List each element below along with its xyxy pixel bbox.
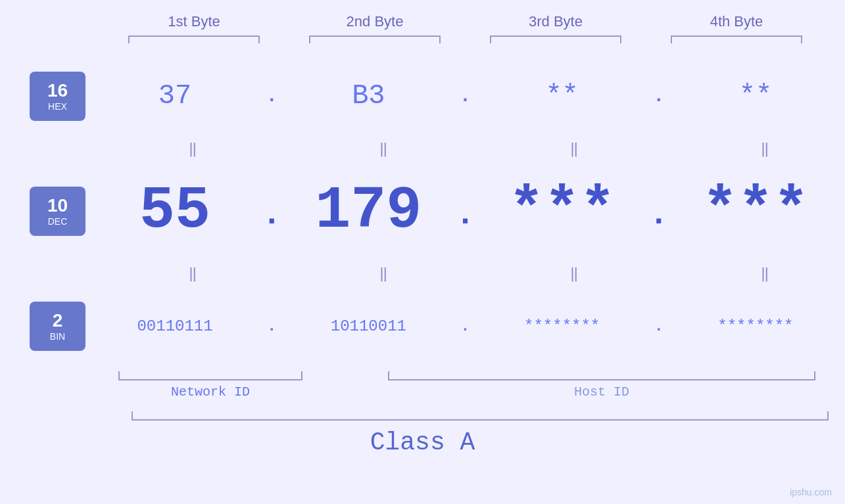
bin-badge-num: 2 [53,310,63,331]
byte-header-3: 3rd Byte [480,13,631,30]
eq2-2: ‖ [319,265,450,283]
eq-1: ‖ [128,140,260,158]
eq-4: ‖ [700,140,832,158]
bin-val-1: 00110111 [109,317,241,335]
dec-row: 10 DEC 55 . 179 . *** . *** [0,158,845,263]
eq2-dot-2: . [470,265,490,282]
eq-2: ‖ [319,140,450,158]
equals-row-1: ‖ . ‖ . ‖ . ‖ [118,139,842,158]
class-label: Class A [370,428,475,457]
dec-dot-3: . [649,196,669,233]
bin-dot-2: . [455,317,475,335]
bin-badge-label: BIN [50,331,65,342]
dec-cells: 55 . 179 . *** . *** [85,177,845,244]
bin-val-4: ******** [690,317,821,335]
full-bracket [132,411,829,421]
bin-row: 2 BIN 00110111 . 10110011 . ******** . *… [0,283,845,369]
hex-badge-label: HEX [48,101,67,112]
hex-val-2: B3 [302,80,434,112]
top-brackets [104,35,827,43]
bracket-1 [128,35,260,43]
dec-val-4: *** [690,177,821,244]
hex-dot-2: . [455,85,475,107]
eq-3: ‖ [510,140,641,158]
bin-badge: 2 BIN [30,302,85,351]
bin-dot-3: . [649,317,669,335]
watermark: ipshu.com [790,487,832,497]
byte-header-2: 2nd Byte [299,13,450,30]
bin-dot-1: . [262,317,281,335]
dec-badge: 10 DEC [30,187,85,236]
network-bracket [118,371,302,380]
eq-dot-1: . [279,141,299,157]
eq2-3: ‖ [510,265,641,283]
network-id-label: Network ID [118,384,302,400]
eq-dot-3: . [661,141,681,157]
hex-val-1: 37 [109,80,241,112]
labels-gap [302,384,388,400]
eq2-dot-3: . [661,265,681,282]
eq-dot-2: . [470,141,490,157]
bracket-gap [302,371,388,380]
byte-headers: 1st Byte 2nd Byte 3rd Byte 4th Byte [104,13,827,30]
byte-header-4: 4th Byte [661,13,812,30]
hex-dot-3: . [649,85,669,107]
hex-cells: 37 . B3 . ** . ** [85,80,845,112]
main-container: 1st Byte 2nd Byte 3rd Byte 4th Byte 16 H… [0,0,845,504]
dec-val-1: 55 [109,177,241,244]
bin-val-3: ******** [496,317,628,335]
bin-cells: 00110111 . 10110011 . ******** . *******… [85,317,845,335]
dec-val-3: *** [496,177,628,244]
eq2-4: ‖ [700,265,832,283]
bracket-4 [671,35,802,43]
hex-row: 16 HEX 37 . B3 . ** . ** [0,53,845,139]
equals-row-2: ‖ . ‖ . ‖ . ‖ [118,263,842,283]
dec-dot-2: . [455,196,475,233]
dec-badge-label: DEC [48,216,68,227]
host-id-label: Host ID [388,384,815,400]
id-brackets [118,371,842,380]
hex-dot-1: . [262,85,281,107]
dec-val-2: 179 [302,177,434,244]
hex-val-3: ** [496,80,628,112]
host-bracket [388,371,815,380]
hex-badge-num: 16 [47,80,68,101]
eq2-1: ‖ [128,265,260,283]
hex-badge: 16 HEX [30,72,85,121]
dec-badge-num: 10 [47,195,68,216]
id-labels: Network ID Host ID [118,384,842,400]
bracket-3 [490,35,621,43]
bracket-2 [309,35,441,43]
hex-val-4: ** [690,80,821,112]
bin-val-2: 10110011 [302,317,434,335]
byte-header-1: 1st Byte [118,13,270,30]
eq2-dot-1: . [279,265,299,282]
dec-dot-1: . [262,196,281,233]
